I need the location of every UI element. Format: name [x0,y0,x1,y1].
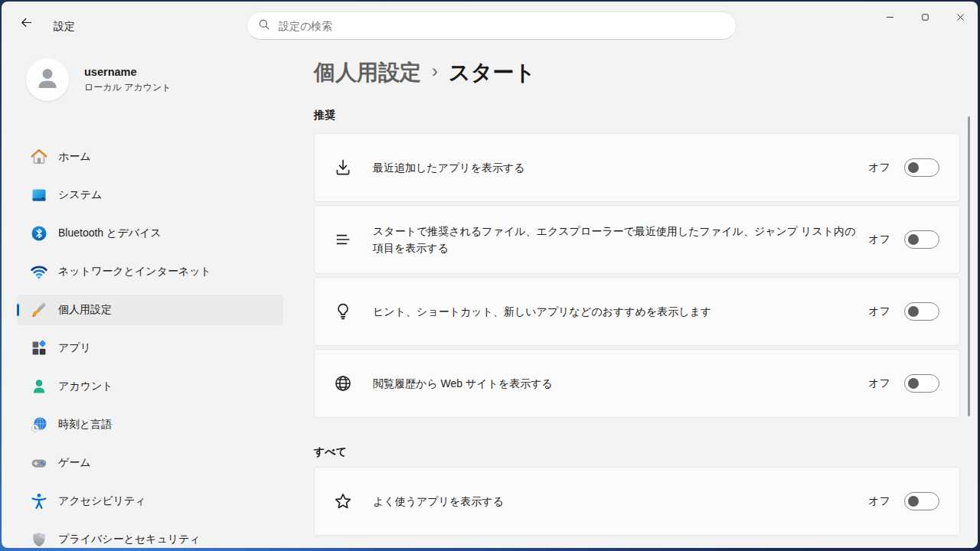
avatar-person-icon [32,63,63,96]
avatar [26,58,69,101]
titlebar: 設定 [2,2,978,38]
setting-label: よく使うアプリを表示する [373,493,868,510]
toggle-state-label: オフ [868,233,890,246]
toggle-switch[interactable] [904,302,939,321]
maximize-icon [920,11,931,25]
toggle-knob [908,378,919,389]
star-icon [333,491,353,511]
setting-label: スタートで推奨されるファイル、エクスプローラーで最近使用したファイル、ジャンプ … [373,223,868,256]
vertical-scrollbar-thumb[interactable] [968,116,970,416]
setting-card: よく使うアプリを表示するオフ [314,467,960,536]
download-icon [333,158,353,178]
breadcrumb: 個人用設定 › スタート [314,57,960,89]
sidebar-item-gaming[interactable]: ゲーム [17,448,283,478]
close-icon [955,11,966,25]
sidebar-item-label: Bluetooth とデバイス [58,227,162,240]
shield-icon [30,530,48,548]
sidebar-item-apps[interactable]: アプリ [17,333,283,364]
toggle-state-label: オフ [868,305,890,318]
maximize-button[interactable] [907,2,942,35]
breadcrumb-parent[interactable]: 個人用設定 [314,58,421,87]
sidebar-item-label: 時刻と言語 [58,418,112,432]
paintbrush-icon [30,301,48,319]
sidebar-item-time-language[interactable]: 時刻と言語 [17,409,283,440]
profile-text: username ローカル アカウント [84,66,172,94]
breadcrumb-chevron-icon: › [432,60,438,85]
sidebar-item-personalization[interactable]: 個人用設定 [17,295,283,325]
profile-name: username [84,66,172,78]
profile-account-type: ローカル アカウント [84,81,172,94]
section-header: 推奨 [314,109,960,124]
main-content: 個人用設定 › スタート 推奨最近追加したアプリを表示するオフスタートで推奨され… [314,38,960,548]
home-icon [30,148,48,166]
minimize-button[interactable] [872,2,907,35]
accounts-person-icon [30,377,48,396]
system-icon [30,186,48,204]
accessibility-icon [30,492,48,510]
section-header: すべて [314,445,960,461]
sidebar: username ローカル アカウント ホームシステムBluetooth とデバ… [2,38,305,548]
page-title: スタート [449,58,536,87]
toggle-knob [908,162,919,173]
sidebar-item-bluetooth-devices[interactable]: Bluetooth とデバイス [17,218,283,249]
setting-label: ヒント、ショートカット、新しいアプリなどのおすすめを表示します [373,303,868,320]
toggle-switch[interactable] [904,158,939,177]
search-input[interactable] [279,20,725,32]
sidebar-nav: ホームシステムBluetooth とデバイスネットワークとインターネット個人用設… [17,142,283,548]
sidebar-item-label: アカウント [58,380,113,393]
toggle-switch[interactable] [904,230,939,249]
window-controls [872,2,978,35]
toggle-state-label: オフ [868,161,890,174]
search-icon [258,18,279,34]
close-button[interactable] [942,2,978,35]
toggle-knob [908,306,919,317]
selected-indicator [17,304,19,316]
search-box [247,11,737,40]
gamepad-icon [30,454,48,472]
list-lines-icon [333,230,353,249]
sidebar-item-privacy-security[interactable]: プライバシーとセキュリティ [17,524,283,548]
setting-card: ヒント、ショートカット、新しいアプリなどのおすすめを表示しますオフ [314,277,960,346]
sidebar-item-label: ネットワークとインターネット [58,265,211,279]
setting-label: 閲覧履歴から Web サイトを表示する [373,375,868,392]
back-button[interactable] [12,11,40,37]
toggle-state-label: オフ [868,494,890,508]
settings-sections: 推奨最近追加したアプリを表示するオフスタートで推奨されるファイル、エクスプローラ… [314,109,960,536]
sidebar-item-network-internet[interactable]: ネットワークとインターネット [17,256,283,287]
sidebar-item-label: ホーム [58,150,91,164]
sidebar-item-system[interactable]: システム [17,180,283,210]
wifi-icon [30,262,48,281]
globe-icon [333,373,353,393]
bluetooth-icon [30,224,48,243]
settings-window: 設定 [2,2,978,548]
setting-label: 最近追加したアプリを表示する [373,159,868,176]
setting-card: 閲覧履歴から Web サイトを表示するオフ [314,349,960,418]
toggle-switch[interactable] [904,492,939,510]
globe-clock-icon [30,416,48,434]
sidebar-item-home[interactable]: ホーム [17,142,283,172]
minimize-icon [884,11,896,25]
app-title: 設定 [54,20,75,34]
sidebar-item-label: 個人用設定 [58,303,112,317]
back-arrow-icon [20,16,33,31]
toggle-switch[interactable] [904,374,939,393]
profile: username ローカル アカウント [26,58,172,101]
sidebar-item-label: システム [58,188,102,202]
sidebar-item-accessibility[interactable]: アクセシビリティ [17,486,283,517]
lightbulb-icon [333,302,353,321]
setting-card: スタートで推奨されるファイル、エクスプローラーで最近使用したファイル、ジャンプ … [314,205,960,274]
sidebar-item-label: アプリ [58,341,91,355]
toggle-knob [908,234,919,245]
setting-card: 最近追加したアプリを表示するオフ [314,133,960,202]
apps-icon [30,339,48,357]
sidebar-item-accounts[interactable]: アカウント [17,371,283,402]
toggle-knob [908,496,919,507]
sidebar-item-label: プライバシーとセキュリティ [58,533,201,546]
sidebar-item-label: アクセシビリティ [58,494,146,508]
sidebar-item-label: ゲーム [58,456,91,470]
toggle-state-label: オフ [868,377,890,390]
